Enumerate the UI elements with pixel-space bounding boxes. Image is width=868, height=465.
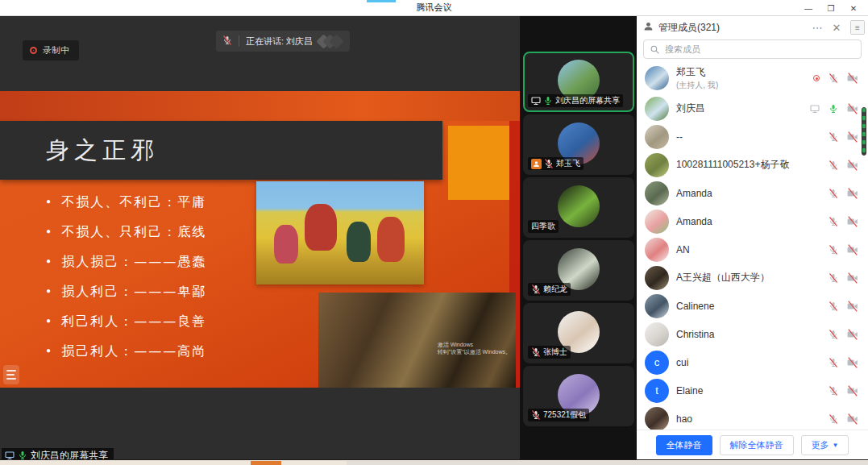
slide-photo-children [256,181,424,284]
close-button[interactable]: ✕ [842,0,865,16]
member-name: -- [676,131,821,143]
speaking-label: 正在讲话: 刘庆昌 [246,35,313,48]
member-row[interactable]: ccui [637,348,868,376]
host-icon [531,159,542,169]
participant-name: 四季歌 [531,221,555,232]
member-name: hao [676,413,821,425]
slide-title-block: 身之正邪 [0,121,442,180]
member-status-icons [829,301,858,312]
cam-off-icon [847,244,858,255]
more-dropdown-button[interactable]: 更多▼ [801,435,849,455]
member-row[interactable]: hao [637,405,868,430]
cam-off-icon [847,131,858,143]
member-name: A王兴超（山西大学） [676,271,821,284]
mic-muted-icon [829,132,838,142]
member-name: AN [676,244,821,255]
video-thumbnail[interactable]: 四季歌 [523,177,634,238]
video-thumbnail[interactable]: 刘庆昌的屏幕共享 [523,52,634,112]
member-name: 100281111005213+杨子敬 [676,158,821,172]
member-row[interactable]: 郑玉飞(主持人, 我) [637,62,868,94]
slide-bullet: 损己利人：———高尚 [45,336,206,366]
member-avatar [645,66,669,90]
member-status-icons [829,188,858,199]
window-titlebar[interactable]: 腾讯会议 — ❐ ✕ [0,0,868,16]
unmute-all-button[interactable]: 解除全体静音 [720,435,794,455]
members-panel-title: 管理成员(321) [658,21,805,35]
screen-icon [810,104,820,114]
mic-muted-icon [829,301,838,311]
cam-off-icon [847,301,858,312]
mic-muted-icon [829,245,838,255]
member-status-icons [829,160,858,171]
participant-avatar [558,185,600,226]
video-thumbnail[interactable]: 郑玉飞 [523,114,634,175]
member-status-icons [829,329,858,340]
mic-on-icon [829,104,838,114]
thumbnail-label: 郑玉飞 [528,157,584,170]
member-row[interactable]: Amanda [637,207,868,235]
member-status-icons [829,131,858,143]
mic-muted-icon [829,217,838,226]
background-window-edge [0,459,868,465]
participant-name: 刘庆昌的屏幕共享 [555,95,620,106]
search-icon [650,44,660,58]
background-window-gray-segment [347,461,868,465]
mic-muted-icon [829,358,838,367]
thumbnail-label: 725321假包 [528,409,589,421]
mic-muted-icon [531,410,541,420]
member-row[interactable]: tElaine [637,376,868,405]
member-row[interactable]: A王兴超（山西大学） [637,264,868,292]
member-status-icons [813,73,858,84]
thumbnail-label: 刘庆昌的屏幕共享 [528,94,623,107]
member-row[interactable]: 刘庆昌 [637,94,868,122]
cam-off-icon [847,413,858,425]
video-thumbnail[interactable]: 张博士 [523,303,634,363]
member-name: Elaine [676,385,821,396]
participant-name: 725321假包 [543,409,586,421]
member-row[interactable]: AN [637,235,868,264]
member-search-input[interactable] [643,39,862,59]
member-avatar: c [645,351,669,375]
thumbnail-label: 张博士 [528,346,571,359]
member-row[interactable]: Amanda [637,179,868,207]
member-avatar [645,407,669,430]
slide-list-icon[interactable] [3,365,19,384]
slide-accent-square [448,126,509,200]
audio-wave-icon [322,36,342,47]
scrollbar-thumb[interactable] [862,107,866,156]
maximize-button[interactable]: ❐ [820,0,842,16]
member-row[interactable]: 100281111005213+杨子敬 [637,151,868,179]
cam-off-icon [847,103,858,114]
app-window: 腾讯会议 — ❐ ✕ 录制中 正在讲话: 刘庆昌 身之正邪 不损人、不利己：平庸… [0,0,868,465]
record-icon [813,75,820,81]
member-row[interactable]: Calinene [637,292,868,320]
member-role: (主持人, 我) [676,80,806,91]
member-row[interactable]: -- [637,122,868,151]
mic-muted-icon [829,160,838,170]
minimize-button[interactable]: — [797,0,820,16]
member-status-icons [829,272,858,284]
slide-photo-sepia: 激活 Windows 转到"设置"以激活 Windows。 [318,293,516,388]
slide-bullet: 利己利人：———良善 [45,306,206,336]
member-status-icons [829,244,858,255]
participant-name: 郑玉飞 [556,158,580,169]
panel-close-button[interactable]: ✕ [829,22,844,34]
video-thumbnail[interactable]: 赖纪龙 [523,240,634,301]
member-name: 郑玉飞 [676,65,806,79]
recording-badge: 录制中 [23,40,79,60]
panel-menu-button[interactable]: ≡ [850,20,865,35]
slide-bullet: 损人损己：———愚蠢 [45,247,206,276]
panel-more-button[interactable]: ⋯ [810,22,824,34]
member-name: Amanda [676,188,821,199]
participant-name: 赖纪龙 [543,284,567,295]
mute-all-button[interactable]: 全体静音 [656,435,712,455]
member-avatar [645,97,669,121]
member-name: Calinene [676,301,821,312]
video-thumbnail[interactable]: 725321假包 [523,366,634,426]
members-panel-footer: 全体静音 解除全体静音 更多▼ [637,430,868,460]
divider [239,35,239,47]
cam-off-icon [847,73,858,84]
member-avatar: t [645,379,669,403]
member-row[interactable]: Christina [637,320,868,348]
video-thumbnail-strip: 刘庆昌的屏幕共享郑玉飞四季歌赖纪龙张博士725321假包 [520,16,637,465]
